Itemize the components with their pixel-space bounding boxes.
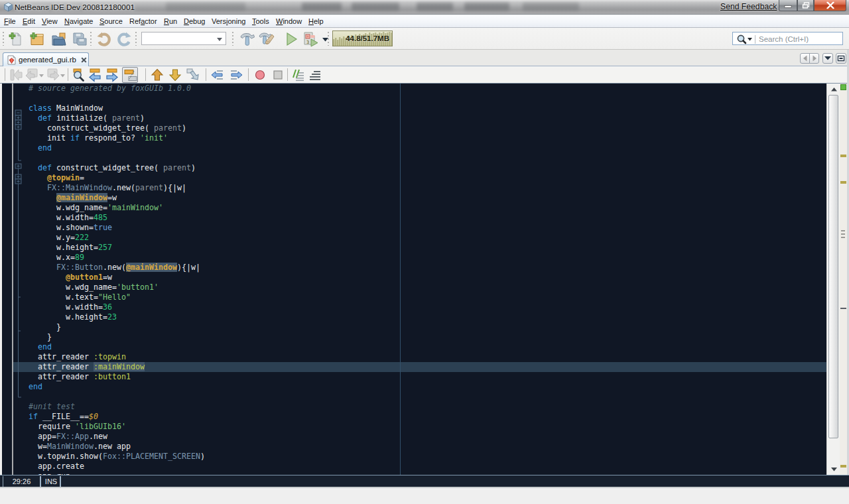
code-line-36: app=FX::App.new	[29, 432, 107, 442]
code-line-33: #unit test	[29, 402, 75, 412]
editor-tab-strip: generated_gui.rb	[0, 50, 849, 66]
build-project-button[interactable]	[239, 31, 256, 48]
previous-occurrence-button[interactable]	[149, 67, 165, 83]
comment-button[interactable]	[291, 67, 306, 83]
find-next-button[interactable]	[104, 67, 120, 83]
titlebar-glass-reflection	[523, 3, 579, 11]
previous-editor-position-button[interactable]	[210, 67, 226, 83]
debug-project-button[interactable]: 3	[301, 31, 318, 48]
maximize-icon	[838, 56, 845, 62]
menu-versioning[interactable]: Versioning	[208, 15, 249, 27]
toolbar-drag-handle[interactable]	[232, 32, 233, 46]
toolbar-drag-handle[interactable]	[90, 32, 92, 46]
menu-tools[interactable]: Tools	[249, 15, 273, 27]
configuration-combobox[interactable]	[141, 32, 226, 45]
tab-close-icon[interactable]	[81, 57, 87, 63]
next-occurrence-button[interactable]	[167, 67, 183, 83]
toolbar-drag-handle[interactable]	[3, 32, 4, 46]
new-project-button[interactable]	[29, 31, 46, 48]
menu-run[interactable]: Run	[161, 15, 180, 27]
find-button[interactable]	[71, 67, 87, 83]
scrollbar-up-button[interactable]	[827, 84, 840, 95]
maximize-window-button[interactable]	[836, 53, 846, 64]
scrollbar-down-button[interactable]	[827, 464, 840, 475]
error-stripe[interactable]	[840, 84, 847, 475]
send-feedback-link[interactable]: Send Feedback	[720, 2, 777, 11]
memory-monitor[interactable]: 44.8/51.7MB	[332, 31, 393, 46]
toggle-highlight-icon	[123, 68, 139, 84]
toolbar-separator	[145, 68, 146, 81]
titlebar-glass-reflection	[417, 3, 453, 11]
code-text[interactable]: # source generated by foxGUIb 1.0.0class…	[2, 84, 826, 475]
code-line-25: }	[29, 322, 61, 332]
clean-build-project-button[interactable]	[259, 31, 276, 48]
menu-source[interactable]: Source	[96, 15, 126, 27]
code-editor[interactable]: # source generated by foxGUIb 1.0.0class…	[2, 84, 826, 475]
stop-icon	[270, 67, 286, 83]
toggle-highlight-search-button[interactable]	[122, 67, 138, 83]
code-line-17: w.height=257	[29, 243, 112, 253]
code-line-6: init if respond_to? 'init'	[29, 133, 168, 143]
menu-refactor[interactable]: Refactor	[126, 15, 161, 27]
menu-window[interactable]: Window	[273, 15, 305, 27]
last-edit-location-button[interactable]	[8, 67, 24, 83]
code-line-19: FX::Button.new(@mainWindow){|w|	[29, 263, 200, 273]
window-title: NetBeans IDE Dev 200812180001	[15, 3, 135, 12]
back-icon	[24, 67, 40, 83]
next-editor-position-button[interactable]	[228, 67, 244, 83]
close-button[interactable]	[814, 0, 846, 11]
code-line-3: class MainWindow	[29, 103, 103, 113]
titlebar-glass-reflection	[464, 3, 509, 11]
toolbar-drag-handle[interactable]	[328, 32, 329, 46]
find-previous-button[interactable]	[87, 67, 103, 83]
save-all-button[interactable]	[71, 31, 88, 48]
show-opened-documents-button[interactable]	[822, 53, 833, 64]
menu-debug[interactable]: Debug	[180, 15, 208, 27]
back-history-icon[interactable]	[39, 74, 44, 78]
menu-navigate[interactable]: Navigate	[61, 15, 96, 27]
menu-view[interactable]: View	[38, 15, 61, 27]
redo-button[interactable]	[115, 31, 133, 48]
start-macro-recording-button[interactable]	[252, 67, 268, 83]
stop-macro-recording-button[interactable]	[270, 67, 286, 83]
code-line-22: w.text="Hello"	[29, 292, 131, 302]
tab-generated-gui-rb[interactable]: generated_gui.rb	[3, 52, 89, 66]
search-input[interactable]: Search (Ctrl+I)	[759, 35, 809, 43]
scrollbar-thumb[interactable]	[828, 95, 838, 438]
toolbar-separator	[5, 68, 5, 81]
scroll-tabs-left-button[interactable]	[800, 53, 810, 64]
menu-bar: FileEditViewNavigateSourceRefactorRunDeb…	[0, 15, 849, 28]
toggle-bookmark-button[interactable]	[185, 67, 201, 83]
run-project-button[interactable]	[283, 31, 300, 48]
toolbar-drag-handle[interactable]	[135, 32, 137, 46]
warning-mark[interactable]	[840, 181, 846, 184]
forward-history-icon[interactable]	[60, 74, 65, 78]
vertical-scrollbar[interactable]	[826, 84, 840, 475]
menu-file[interactable]: File	[1, 15, 19, 27]
error-stripe-status-ok	[840, 84, 846, 90]
last-edit-location-icon	[8, 67, 24, 83]
open-project-button[interactable]	[50, 31, 68, 48]
insert-mode-cell[interactable]: INS	[42, 476, 61, 487]
scroll-tabs-right-button[interactable]	[809, 53, 819, 64]
restore-button[interactable]	[797, 0, 814, 11]
bookmark-arrow-icon	[185, 67, 201, 83]
undo-button[interactable]	[96, 31, 113, 48]
warning-mark[interactable]	[840, 155, 846, 157]
back-button[interactable]	[24, 67, 40, 83]
memory-usage-label: 44.8/51.7MB	[346, 34, 389, 42]
caret-mark	[840, 308, 846, 309]
new-file-button[interactable]	[7, 31, 25, 48]
toolbar-separator	[68, 68, 68, 81]
warning-mark[interactable]	[840, 465, 846, 468]
uncomment-button[interactable]	[307, 67, 323, 83]
forward-button[interactable]	[45, 67, 61, 83]
titlebar-glass-reflection	[352, 3, 399, 11]
quick-search-box[interactable]: Search (Ctrl+I)	[732, 32, 843, 45]
code-line-28: attr_reader :topwin	[29, 352, 126, 362]
code-line-26: }	[29, 332, 52, 342]
caret-position-cell: 29:26	[3, 476, 41, 487]
menu-help[interactable]: Help	[305, 15, 327, 27]
menu-edit[interactable]: Edit	[19, 15, 38, 27]
minimize-button[interactable]	[779, 0, 797, 11]
